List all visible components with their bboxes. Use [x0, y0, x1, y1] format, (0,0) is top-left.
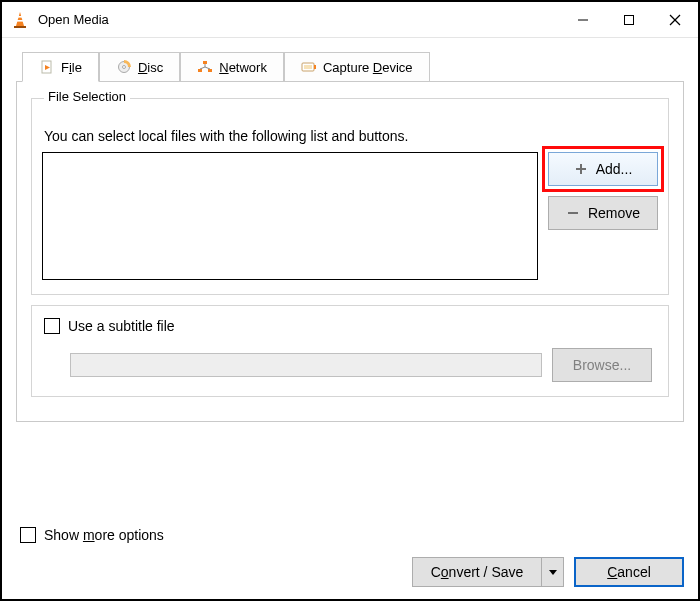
file-selection-legend: File Selection [44, 89, 130, 104]
tab-row: File Disc [16, 52, 684, 82]
tab-file[interactable]: File [22, 52, 99, 82]
remove-button[interactable]: Remove [548, 196, 658, 230]
show-more-options-checkbox[interactable] [20, 527, 36, 543]
cancel-label: Cancel [607, 564, 651, 580]
client-area: File Disc [2, 38, 698, 599]
browse-button-label: Browse... [573, 357, 631, 373]
svg-rect-1 [17, 16, 22, 18]
maximize-button[interactable] [606, 2, 652, 38]
convert-save-button[interactable]: Convert / Save [412, 557, 542, 587]
remove-button-label: Remove [588, 205, 640, 221]
file-selection-instruction: You can select local files with the foll… [44, 128, 658, 144]
convert-save-split-button: Convert / Save [412, 557, 564, 587]
browse-subtitle-button: Browse... [552, 348, 652, 382]
network-icon [197, 59, 213, 75]
convert-save-dropdown[interactable] [542, 557, 564, 587]
add-button-label: Add... [596, 161, 633, 177]
svg-rect-14 [208, 69, 212, 72]
minus-icon [566, 206, 580, 220]
svg-line-17 [205, 67, 210, 69]
close-button[interactable] [652, 2, 698, 38]
svg-rect-5 [625, 15, 634, 24]
minimize-button[interactable] [560, 2, 606, 38]
tab-pane-file: File Selection You can select local file… [16, 81, 684, 422]
svg-line-7 [670, 15, 680, 25]
use-subtitle-checkbox[interactable] [44, 318, 60, 334]
use-subtitle-label: Use a subtitle file [68, 318, 175, 334]
svg-rect-22 [576, 168, 586, 170]
tab-capture-device[interactable]: Capture Device [284, 52, 430, 82]
tab-network[interactable]: Network [180, 52, 284, 82]
show-more-options-label: Show more options [44, 527, 164, 543]
svg-rect-13 [198, 69, 202, 72]
capture-icon [301, 59, 317, 75]
dialog-bottom: Show more options Convert / Save Cancel [16, 515, 684, 587]
svg-rect-23 [568, 212, 578, 214]
svg-rect-19 [304, 65, 312, 69]
tab-disc-label: Disc [138, 60, 163, 75]
svg-rect-20 [314, 65, 316, 69]
svg-point-11 [122, 66, 125, 69]
file-selection-group: File Selection You can select local file… [31, 98, 669, 295]
file-list[interactable] [42, 152, 538, 280]
chevron-down-icon [548, 565, 558, 580]
file-icon [39, 59, 55, 75]
convert-save-label: Convert / Save [431, 564, 524, 580]
svg-rect-12 [203, 61, 207, 64]
window-title: Open Media [38, 12, 109, 27]
svg-rect-2 [17, 20, 24, 22]
plus-icon [574, 162, 588, 176]
svg-line-16 [200, 67, 205, 69]
vlc-cone-icon [10, 10, 30, 30]
titlebar: Open Media [2, 2, 698, 38]
tab-network-label: Network [219, 60, 267, 75]
add-button[interactable]: Add... [548, 152, 658, 186]
open-media-window: Open Media File Disc [0, 0, 700, 601]
tab-capture-label: Capture Device [323, 60, 413, 75]
tab-disc[interactable]: Disc [99, 52, 180, 82]
tab-file-label: File [61, 60, 82, 75]
subtitle-group: Use a subtitle file Browse... [31, 305, 669, 397]
svg-rect-3 [14, 26, 26, 28]
cancel-button[interactable]: Cancel [574, 557, 684, 587]
subtitle-path-input [70, 353, 542, 377]
svg-marker-0 [16, 12, 24, 26]
disc-icon [116, 59, 132, 75]
svg-marker-24 [549, 570, 557, 575]
svg-line-6 [670, 15, 680, 25]
